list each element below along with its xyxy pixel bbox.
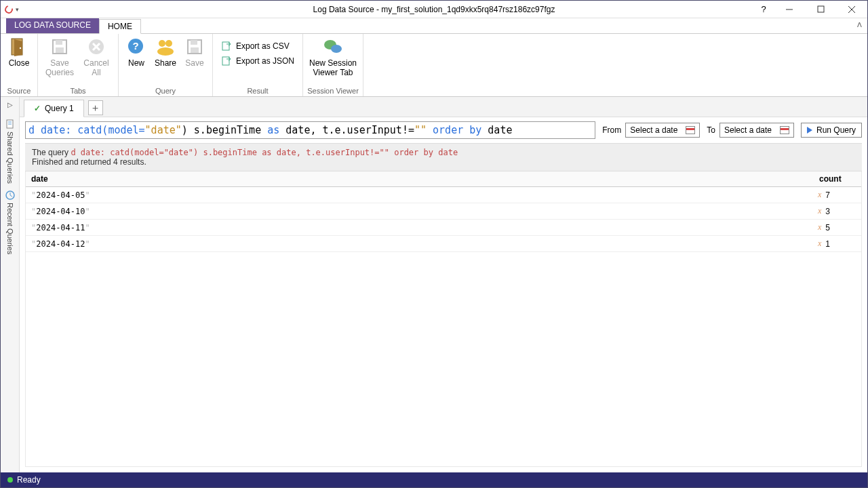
expand-rail-icon[interactable]: ▷ [7, 101, 13, 108]
cancel-all-button[interactable]: Cancel All [79, 35, 114, 78]
from-date-field: From Select a date [602, 123, 700, 138]
to-date-picker[interactable]: Select a date [719, 123, 794, 138]
check-icon: ✓ [34, 104, 41, 113]
table-row[interactable]: "2024-04-10"x3 [26, 203, 861, 220]
people-icon [155, 37, 176, 57]
tab-log-data-source[interactable]: LOG DATA SOURCE [6, 18, 99, 33]
window-buttons: ? [753, 1, 867, 18]
svg-text:?: ? [132, 40, 138, 52]
col-date-header[interactable]: date [26, 171, 814, 186]
col-count-header[interactable]: count [814, 171, 861, 186]
svg-rect-21 [222, 42, 229, 50]
svg-rect-22 [222, 57, 229, 65]
query-bar: d date: catd(model="date") s.beginTime a… [20, 117, 867, 143]
table-header: date count [26, 171, 861, 187]
cell-date: "2024-04-05" [26, 188, 814, 203]
svg-point-6 [20, 47, 21, 49]
save-queries-button[interactable]: Save Queries [42, 35, 77, 78]
app-icon [3, 3, 14, 14]
cell-count: x1 [814, 236, 861, 251]
close-label: Close [9, 59, 30, 68]
export-icon [221, 56, 232, 66]
to-label: To [707, 125, 715, 135]
save-query-button[interactable]: Save [181, 35, 208, 68]
new-query-button[interactable]: ? New [123, 35, 150, 68]
svg-point-24 [331, 45, 342, 53]
close-button[interactable] [836, 1, 867, 18]
table-row[interactable]: "2024-04-05"x7 [26, 187, 861, 203]
svg-rect-20 [191, 47, 199, 53]
table-row[interactable]: "2024-04-11"x5 [26, 220, 861, 236]
table-row[interactable]: "2024-04-12"x1 [26, 236, 861, 252]
x-icon: x [818, 239, 821, 249]
x-icon: x [818, 206, 821, 216]
export-csv-button[interactable]: Export as CSV [217, 39, 298, 53]
svg-line-30 [10, 195, 12, 197]
ribbon-group-session-viewer: New Session Viewer Tab Session Viewer [303, 34, 363, 96]
svg-rect-19 [191, 40, 197, 45]
cell-count: x7 [814, 187, 861, 203]
group-label: Source [1, 86, 37, 96]
window-title: Log Data Source - my_first_solution_1qd9… [313, 5, 555, 14]
ribbon-group-source: Close Source [1, 34, 38, 96]
minimize-button[interactable] [774, 1, 805, 18]
status-bar: Ready [1, 472, 867, 487]
add-query-tab-button[interactable]: ＋ [88, 100, 103, 115]
play-icon [807, 127, 812, 134]
svg-marker-5 [14, 39, 22, 56]
chat-bubbles-icon [323, 37, 343, 57]
svg-point-17 [157, 47, 174, 56]
export-json-button[interactable]: Export as JSON [217, 54, 298, 68]
save-icon [50, 37, 70, 57]
cancel-icon [86, 37, 106, 57]
question-bubble-icon: ? [126, 37, 146, 57]
from-label: From [602, 125, 621, 135]
status-indicator-icon [7, 477, 13, 483]
door-exit-icon [9, 37, 29, 57]
cell-date: "2024-04-12" [26, 237, 814, 251]
recent-queries-panel-tab[interactable]: Recent Queries [5, 190, 15, 254]
share-query-button[interactable]: Share [151, 35, 180, 68]
qat-dropdown-icon[interactable]: ▾ [16, 6, 19, 13]
document-icon [5, 119, 15, 129]
body: ▷ Shared Queries Recent Queries ✓ Query … [1, 97, 867, 472]
run-query-button[interactable]: Run Query [801, 123, 862, 138]
status-text: Ready [17, 475, 41, 485]
query-tab-1[interactable]: ✓ Query 1 [24, 100, 84, 117]
main-area: ✓ Query 1 ＋ d date: catd(model="date") s… [20, 97, 867, 472]
shared-queries-panel-tab[interactable]: Shared Queries [5, 119, 15, 184]
from-date-picker[interactable]: Select a date [625, 123, 700, 138]
help-button[interactable]: ? [753, 1, 774, 18]
to-date-field: To Select a date [707, 123, 794, 138]
calendar-icon [780, 126, 789, 134]
query-status-line: Finished and returned 4 results. [32, 157, 855, 167]
export-icon [221, 41, 232, 52]
close-source-button[interactable]: Close [5, 35, 33, 68]
title-bar: ▾ Log Data Source - my_first_solution_1q… [1, 1, 867, 18]
svg-rect-1 [818, 6, 824, 12]
clock-icon [5, 190, 15, 200]
maximize-button[interactable] [805, 1, 836, 18]
calendar-icon [686, 126, 695, 134]
svg-rect-9 [56, 47, 64, 53]
query-echo: d date: catd(model="date") s.beginTime a… [71, 148, 458, 157]
cell-date: "2024-04-11" [26, 220, 814, 235]
save-icon [184, 37, 205, 57]
new-session-viewer-tab-button[interactable]: New Session Viewer Tab [307, 35, 359, 78]
quick-access-toolbar: ▾ [1, 5, 19, 14]
results-table: date count "2024-04-05"x7"2024-04-10"x3"… [25, 171, 862, 467]
x-icon: x [818, 222, 821, 232]
query-tab-strip: ✓ Query 1 ＋ [20, 97, 867, 117]
query-tab-label: Query 1 [45, 104, 74, 113]
cell-count: x3 [814, 203, 861, 219]
svg-point-15 [159, 40, 165, 47]
svg-point-16 [165, 40, 172, 47]
ribbon-group-query: ? New Share Save Query [119, 34, 213, 96]
cell-count: x5 [814, 220, 861, 235]
ribbon-group-result: Export as CSV Export as JSON Result [213, 34, 303, 96]
svg-rect-8 [56, 40, 62, 45]
query-input[interactable]: d date: catd(model="date") s.beginTime a… [25, 121, 595, 139]
query-message-band: The query d date: catd(model="date") s.b… [25, 143, 862, 171]
collapse-ribbon-icon[interactable]: ᐱ [857, 21, 862, 28]
tab-home[interactable]: HOME [99, 19, 141, 34]
